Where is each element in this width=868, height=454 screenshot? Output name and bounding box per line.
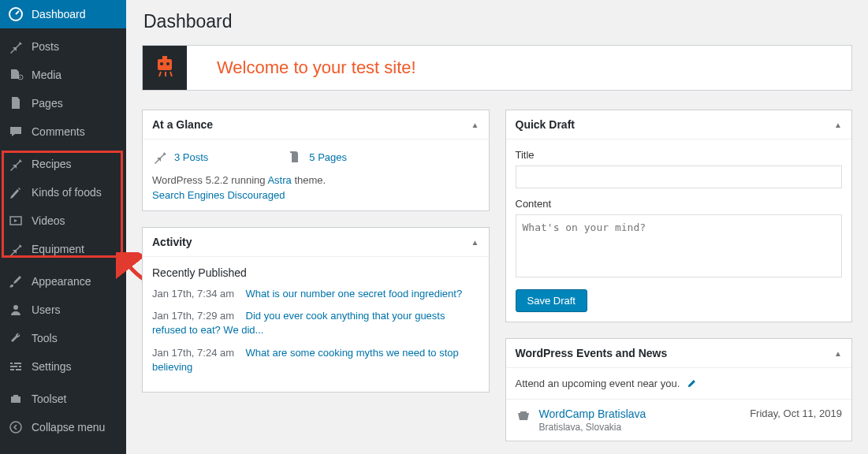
svg-point-3 bbox=[13, 305, 18, 310]
sidebar-item-label: Pages bbox=[32, 97, 63, 110]
media-icon bbox=[8, 67, 24, 83]
sidebar-item-label: Media bbox=[32, 69, 61, 81]
svg-rect-9 bbox=[162, 56, 167, 59]
comment-icon bbox=[8, 124, 24, 140]
events-news-box: WordPress Events and News ▲ Attend an up… bbox=[505, 338, 853, 441]
sidebar-item-comments[interactable]: Comments bbox=[0, 117, 126, 146]
event-title-link[interactable]: WordCamp Bratislava bbox=[539, 407, 646, 420]
glance-posts-link[interactable]: 3 Posts bbox=[174, 151, 208, 163]
sidebar-item-label: Tools bbox=[32, 332, 58, 344]
video-icon bbox=[8, 213, 24, 229]
collapse-toggle-icon[interactable]: ▲ bbox=[471, 121, 479, 129]
pin-icon bbox=[8, 241, 24, 257]
activity-timestamp: Jan 17th, 7:24 am bbox=[152, 347, 234, 359]
sidebar-item-label: Collapse menu bbox=[32, 421, 105, 434]
collapse-toggle-icon[interactable]: ▲ bbox=[471, 238, 479, 247]
svg-point-7 bbox=[160, 62, 163, 65]
wp-version-text: WordPress 5.2.2 running Astra theme. bbox=[152, 174, 479, 186]
quick-draft-content-input[interactable] bbox=[516, 214, 843, 277]
event-item: WordCamp Bratislava Bratislava, Slovakia… bbox=[506, 400, 852, 441]
svg-point-5 bbox=[10, 422, 21, 433]
sidebar-item-label: Comments bbox=[32, 125, 85, 138]
activity-item: Jan 17th, 7:29 am Did you ever cook anyt… bbox=[152, 309, 479, 337]
pin-icon bbox=[8, 156, 24, 172]
sidebar-item-toolset[interactable]: Toolset bbox=[0, 385, 126, 413]
activity-link[interactable]: What is our number one secret food ingre… bbox=[246, 288, 463, 300]
activity-item: Jan 17th, 7:34 am What is our number one… bbox=[152, 287, 479, 301]
search-engines-link[interactable]: Search Engines Discouraged bbox=[152, 189, 285, 201]
sidebar-item-collapse[interactable]: Collapse menu bbox=[0, 413, 126, 441]
glance-pages-link[interactable]: 5 Pages bbox=[309, 151, 347, 163]
activity-timestamp: Jan 17th, 7:29 am bbox=[152, 310, 234, 322]
sidebar-item-label: Kinds of foods bbox=[32, 186, 102, 199]
activity-box: Activity ▲ Recently Published Jan 17th, … bbox=[142, 227, 490, 393]
sidebar-item-label: Settings bbox=[32, 360, 72, 373]
sidebar-item-posts[interactable]: Posts bbox=[0, 32, 126, 61]
sidebar-item-equipment[interactable]: Equipment bbox=[0, 235, 126, 263]
user-icon bbox=[8, 302, 24, 318]
glance-pages[interactable]: 5 Pages bbox=[287, 149, 347, 165]
svg-point-8 bbox=[166, 62, 170, 65]
collapse-toggle-icon[interactable]: ▲ bbox=[834, 349, 842, 358]
activity-timestamp: Jan 17th, 7:34 am bbox=[152, 288, 234, 300]
theme-link[interactable]: Astra bbox=[267, 174, 291, 186]
sidebar-item-label: Recipes bbox=[32, 158, 72, 170]
sliders-icon bbox=[8, 359, 24, 374]
activity-title: Activity bbox=[152, 236, 192, 248]
sidebar-item-videos[interactable]: Videos bbox=[0, 207, 126, 235]
quick-draft-title: Quick Draft bbox=[516, 118, 575, 131]
welcome-panel: Welcome to your test site! bbox=[142, 45, 852, 91]
sidebar-item-label: Toolset bbox=[32, 393, 66, 405]
pin-icon bbox=[152, 149, 168, 165]
pin-icon bbox=[8, 39, 24, 54]
pages-icon bbox=[8, 95, 24, 111]
activity-subtitle: Recently Published bbox=[152, 266, 479, 279]
sidebar-item-label: Videos bbox=[32, 214, 65, 227]
sidebar-item-label: Appearance bbox=[32, 275, 91, 288]
carrot-icon bbox=[8, 184, 24, 200]
brush-icon bbox=[8, 274, 24, 289]
glance-posts[interactable]: 3 Posts bbox=[152, 149, 208, 165]
sidebar-item-label: Posts bbox=[32, 40, 59, 53]
sidebar-item-kinds-of-foods[interactable]: Kinds of foods bbox=[0, 178, 126, 207]
sidebar-item-recipes[interactable]: Recipes bbox=[0, 150, 126, 178]
activity-item: Jan 17th, 7:24 am What are some cooking … bbox=[152, 346, 479, 374]
event-date: Friday, Oct 11, 2019 bbox=[750, 407, 842, 419]
wrench-icon bbox=[8, 330, 24, 346]
events-attend-row: Attend an upcoming event near you. bbox=[506, 368, 852, 400]
events-title: WordPress Events and News bbox=[516, 347, 668, 359]
quick-draft-title-label: Title bbox=[516, 149, 843, 161]
quick-draft-content-label: Content bbox=[516, 198, 843, 210]
sidebar-item-users[interactable]: Users bbox=[0, 296, 126, 324]
events-attend-text: Attend an upcoming event near you. bbox=[516, 378, 680, 389]
toolset-icon bbox=[8, 391, 24, 407]
sidebar: Dashboard Posts Media Pages Comments Rec… bbox=[0, 0, 126, 454]
sidebar-item-label: Users bbox=[32, 303, 61, 316]
welcome-text: Welcome to your test site! bbox=[217, 58, 416, 78]
at-a-glance-title: At a Glance bbox=[152, 118, 213, 131]
collapse-toggle-icon[interactable]: ▲ bbox=[834, 121, 842, 129]
quick-draft-title-input[interactable] bbox=[516, 166, 843, 188]
sidebar-item-label: Dashboard bbox=[32, 8, 86, 20]
collapse-icon bbox=[8, 419, 24, 435]
sidebar-item-media[interactable]: Media bbox=[0, 61, 126, 89]
at-a-glance-box: At a Glance ▲ 3 Posts 5 Pages bbox=[142, 110, 490, 211]
svg-rect-4 bbox=[11, 396, 20, 403]
sidebar-item-dashboard[interactable]: Dashboard bbox=[0, 0, 126, 28]
save-draft-button[interactable]: Save Draft bbox=[516, 289, 587, 312]
wordcamp-icon bbox=[516, 407, 531, 423]
main: Dashboard Welcome to your test site! At … bbox=[126, 0, 868, 454]
quick-draft-box: Quick Draft ▲ Title Content Save Draft bbox=[505, 110, 853, 322]
sidebar-item-label: Equipment bbox=[32, 243, 84, 255]
sidebar-item-settings[interactable]: Settings bbox=[0, 352, 126, 381]
sidebar-item-pages[interactable]: Pages bbox=[0, 89, 126, 117]
page-title: Dashboard bbox=[143, 11, 852, 32]
edit-location-icon[interactable] bbox=[686, 378, 697, 389]
pages-icon bbox=[287, 149, 303, 165]
event-location: Bratislava, Slovakia bbox=[539, 422, 743, 433]
sidebar-item-appearance[interactable]: Appearance bbox=[0, 267, 126, 296]
sidebar-item-tools[interactable]: Tools bbox=[0, 324, 126, 352]
svg-rect-6 bbox=[158, 59, 172, 70]
dashboard-icon bbox=[8, 6, 24, 22]
welcome-icon bbox=[143, 46, 187, 90]
